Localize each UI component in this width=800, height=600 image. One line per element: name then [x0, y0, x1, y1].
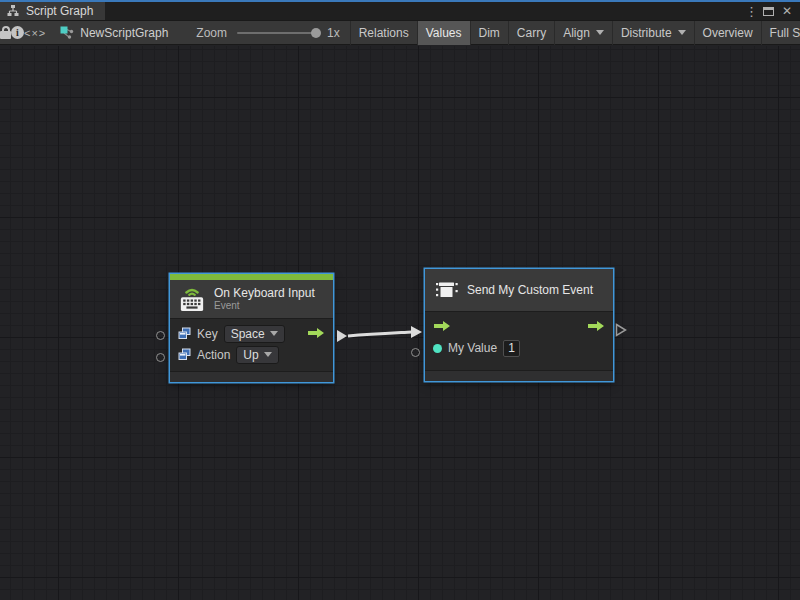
node-subtitle: Event [214, 300, 315, 312]
value-input-port[interactable] [433, 344, 442, 353]
zoom-reset-button[interactable]: <×> [24, 21, 46, 45]
maximize-icon[interactable] [763, 7, 774, 16]
info-icon: i [11, 26, 24, 39]
zoom-value: 1x [327, 26, 340, 40]
wire-layer [0, 46, 800, 600]
tab-row: Script Graph ⋮ ✕ [0, 2, 800, 21]
graph-hierarchy-icon [6, 4, 20, 18]
window-controls: ⋮ ✕ [745, 2, 800, 20]
align-dropdown-button[interactable]: Align [555, 21, 613, 45]
close-icon[interactable]: ✕ [780, 4, 794, 18]
chevron-down-icon [596, 30, 604, 35]
node-header[interactable]: Send My Custom Event [425, 269, 613, 311]
lock-button[interactable] [0, 21, 11, 45]
trigger-output-port[interactable] [587, 320, 605, 332]
zoom-slider-handle[interactable] [311, 28, 321, 38]
node-footer [425, 370, 613, 381]
distribute-dropdown-button[interactable]: Distribute [613, 21, 695, 45]
dim-button[interactable]: Dim [471, 21, 509, 45]
node-body: Key Space Action [170, 318, 333, 371]
trigger-input-port[interactable] [433, 320, 451, 332]
node-footer [170, 371, 333, 382]
trigger-output-port[interactable] [307, 327, 325, 339]
tab-script-graph[interactable]: Script Graph [0, 2, 105, 20]
custom-event-icon [435, 278, 459, 302]
literal-input-icon [178, 348, 191, 361]
full-screen-button[interactable]: Full Screen [762, 21, 800, 45]
key-dropdown[interactable]: Space [224, 325, 285, 343]
lock-icon [0, 26, 11, 39]
node-titles: On Keyboard Input Event [214, 286, 315, 312]
trigger-out-external-port[interactable] [337, 330, 347, 342]
info-button[interactable]: i [11, 21, 24, 45]
values-button[interactable]: Values [418, 21, 471, 45]
action-dropdown[interactable]: Up [236, 346, 278, 364]
port-row-action: Action Up [170, 344, 333, 365]
overview-button[interactable]: Overview [695, 21, 762, 45]
graph-asset-name: NewScriptGraph [80, 26, 168, 40]
graph-canvas[interactable]: On Keyboard Input Event Key Space [0, 46, 800, 600]
node-header[interactable]: On Keyboard Input Event [170, 280, 333, 318]
key-external-port[interactable] [156, 331, 165, 340]
zoom-slider[interactable] [237, 32, 319, 34]
chevron-down-icon [678, 30, 686, 35]
carry-button[interactable]: Carry [509, 21, 555, 45]
trigger-row [425, 316, 613, 336]
script-graph-window: Script Graph ⋮ ✕ i <×> [0, 0, 800, 600]
chevron-down-icon [264, 352, 272, 357]
node-title: On Keyboard Input [214, 286, 315, 300]
node-send-my-custom-event[interactable]: Send My Custom Event My Value 1 [425, 269, 613, 381]
my-value-external-port[interactable] [411, 348, 420, 357]
my-value-input[interactable]: 1 [503, 340, 520, 357]
port-label: My Value [448, 341, 497, 355]
relations-button[interactable]: Relations [351, 21, 418, 45]
keyboard-icon [178, 286, 206, 312]
port-label: Action [197, 348, 230, 362]
port-row-key: Key Space [170, 323, 333, 344]
port-label: Key [197, 327, 218, 341]
trigger-out-external-port[interactable] [615, 323, 627, 337]
graph-asset-breadcrumb[interactable]: NewScriptGraph [60, 26, 168, 40]
node-on-keyboard-input[interactable]: On Keyboard Input Event Key Space [170, 274, 333, 382]
code-icon: <×> [24, 27, 46, 39]
literal-input-icon [178, 327, 191, 340]
node-body: My Value 1 [425, 311, 613, 370]
graph-asset-icon [60, 26, 74, 40]
port-row-my-value: My Value 1 [425, 336, 613, 360]
tab-title: Script Graph [26, 4, 93, 18]
zoom-control: Zoom 1x [196, 26, 345, 40]
zoom-label: Zoom [196, 26, 227, 40]
graph-toolbar: i <×> NewScriptGraph Zoom 1x Relations [0, 21, 800, 45]
toolbar-toggle-group: Relations Values Dim Carry Align Distrib… [350, 21, 800, 45]
chevron-down-icon [270, 331, 278, 336]
action-external-port[interactable] [156, 353, 165, 362]
node-title: Send My Custom Event [467, 283, 593, 297]
wire-arrowhead [411, 326, 422, 338]
flow-connection-wire[interactable] [348, 332, 412, 336]
kebab-menu-icon[interactable]: ⋮ [745, 4, 757, 19]
